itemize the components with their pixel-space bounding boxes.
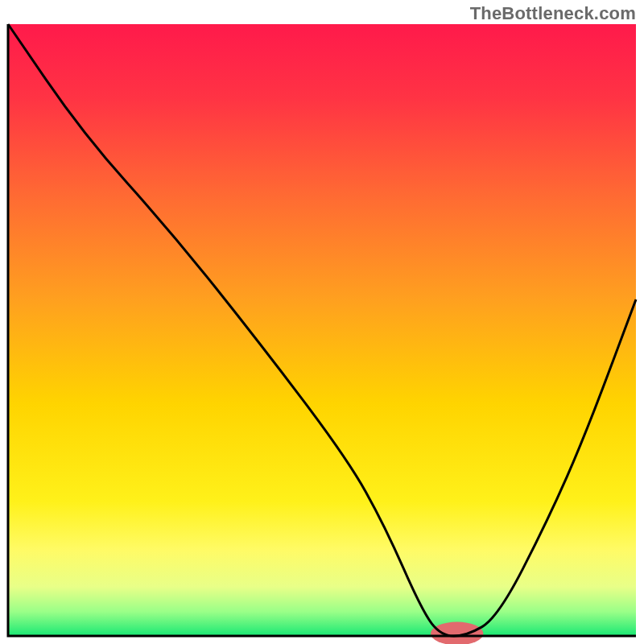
chart-container: TheBottleneck.com	[0, 0, 644, 644]
watermark-label: TheBottleneck.com	[470, 3, 636, 24]
gradient-background	[8, 24, 636, 636]
plot-area	[8, 24, 636, 644]
bottleneck-chart	[0, 0, 644, 644]
